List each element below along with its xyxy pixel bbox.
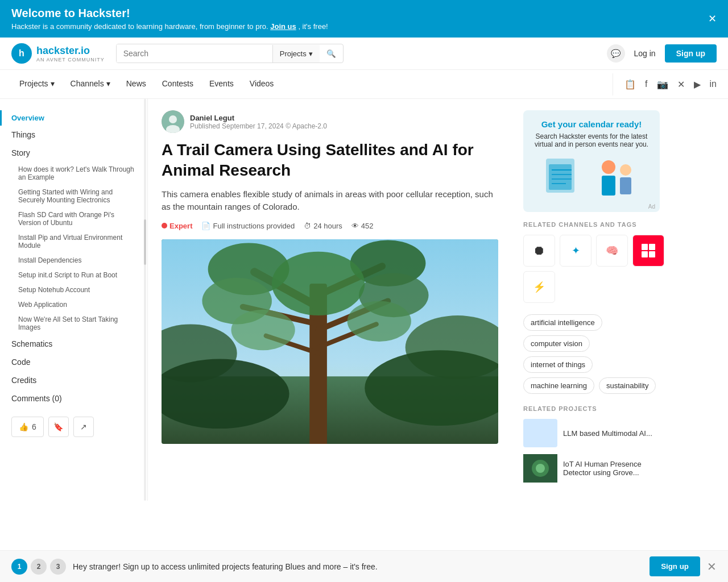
nav-item-contests[interactable]: Contests	[154, 70, 201, 98]
clock-icon: ⏱	[304, 222, 311, 230]
related-project-0[interactable]: LLM based Multimodal AI...	[523, 419, 660, 447]
sidebar-item-things[interactable]: Things	[0, 126, 147, 144]
channel-card-2[interactable]: 🧠	[596, 235, 628, 267]
author-name[interactable]: Daniel Legut	[190, 114, 327, 122]
author-avatar[interactable]	[162, 110, 184, 133]
tag-iot[interactable]: internet of things	[523, 356, 593, 373]
channel-card-1[interactable]: ✦	[560, 235, 592, 267]
author-row: Daniel Legut Published September 17, 202…	[162, 110, 498, 133]
facebook-icon[interactable]: f	[645, 79, 647, 89]
difficulty-dot	[162, 223, 167, 228]
hackster-icon[interactable]: 📋	[624, 79, 636, 90]
chat-icon[interactable]: 💬	[607, 44, 625, 63]
sidebar-item-how-it-works[interactable]: How does it work? Let's Walk Through an …	[0, 162, 147, 185]
difficulty-badge: Expert	[162, 222, 192, 230]
published-date: Published September 17, 2024	[190, 122, 284, 130]
related-thumb-1	[523, 454, 557, 483]
sidebar-item-setup-notehub[interactable]: Setup Notehub Account	[0, 282, 147, 297]
chevron-down-icon: ▾	[309, 49, 313, 58]
logo-icon: h	[11, 43, 32, 64]
svg-point-39	[536, 464, 545, 473]
sidebar-actions: 👍 6 🔖 ↗	[0, 408, 147, 446]
search-input[interactable]	[117, 44, 272, 63]
svg-rect-35	[642, 251, 648, 257]
twitter-x-icon[interactable]: ✕	[677, 79, 685, 90]
svg-rect-36	[649, 251, 655, 257]
sidebar-item-flash-sd[interactable]: Flash SD Card with Orange Pi's Version o…	[0, 207, 147, 230]
channel-card-4[interactable]: ⚡	[523, 271, 555, 303]
svg-rect-33	[642, 244, 648, 250]
nav-item-projects[interactable]: Projects ▾	[11, 70, 63, 98]
tag-ml[interactable]: machine learning	[523, 377, 594, 394]
tag-sustainability[interactable]: sustainability	[599, 377, 656, 394]
sidebar: Overview Things Story How does it work? …	[0, 99, 148, 501]
sidebar-item-install-deps[interactable]: Install Dependencies	[0, 253, 147, 268]
header-right: 💬 Log in Sign up	[607, 44, 717, 63]
nav-item-channels[interactable]: Channels ▾	[63, 70, 118, 98]
content-area: Daniel Legut Published September 17, 202…	[148, 99, 512, 501]
related-project-1[interactable]: IoT AI Human Presence Detector using Gro…	[523, 454, 660, 483]
sidebar-item-schematics[interactable]: Schematics	[0, 335, 147, 353]
linkedin-icon[interactable]: in	[710, 79, 717, 89]
hero-image	[162, 239, 498, 444]
projects-dropdown[interactable]: Projects ▾	[272, 45, 320, 63]
nav-social: 📋 f 📷 ✕ ▶ in	[613, 73, 717, 95]
sidebar-item-wiring[interactable]: Getting Started with Wiring and Securely…	[0, 185, 147, 207]
sidebar-item-install-pip[interactable]: Install Pip and Virtual Environment Modu…	[0, 230, 147, 253]
login-button[interactable]: Log in	[634, 49, 656, 58]
related-projects-title: RELATED PROJECTS	[523, 405, 660, 412]
nav-item-videos[interactable]: Videos	[242, 70, 282, 98]
logo[interactable]: h hackster.io AN AVNET COMMUNITY	[11, 43, 105, 64]
signup-button[interactable]: Sign up	[665, 44, 717, 63]
share-button[interactable]: ↗	[73, 417, 94, 437]
sidebar-item-taking-images[interactable]: Now We're All Set to Start Taking Images	[0, 312, 147, 335]
instructions-meta: 📄 Full instructions provided	[201, 222, 295, 230]
logo-sub: AN AVNET COMMUNITY	[36, 57, 105, 63]
search-button[interactable]: 🔍	[320, 45, 343, 63]
views-meta: 👁 452	[351, 222, 374, 230]
scroll-track	[144, 99, 146, 501]
scroll-thumb[interactable]	[144, 219, 146, 265]
svg-point-16	[231, 310, 295, 350]
nav-item-news[interactable]: News	[118, 70, 154, 98]
sidebar-item-credits[interactable]: Credits	[0, 371, 147, 389]
ad-title: Get your calendar ready!	[532, 119, 651, 129]
ad-label: Ad	[648, 203, 655, 210]
tag-cv[interactable]: computer vision	[523, 335, 590, 352]
main-layout: Overview Things Story How does it work? …	[0, 99, 728, 501]
svg-point-27	[620, 164, 631, 176]
header: h hackster.io AN AVNET COMMUNITY Project…	[0, 38, 728, 70]
join-link[interactable]: Join us	[270, 22, 296, 31]
article-description: This camera enables flexible study of an…	[162, 188, 498, 214]
svg-rect-28	[620, 177, 631, 194]
bookmark-icon: 🔖	[53, 422, 63, 431]
license: Apache-2.0	[292, 122, 327, 130]
banner-title: Welcome to Hackster!	[11, 7, 328, 20]
chevron-down-icon: ▾	[51, 79, 55, 88]
sidebar-item-story[interactable]: Story	[0, 144, 147, 162]
like-button[interactable]: 👍 6	[11, 417, 44, 437]
channel-card-0[interactable]: ⏺	[523, 235, 555, 267]
related-title-0: LLM based Multimodal AI...	[563, 429, 652, 438]
sidebar-item-setup-init[interactable]: Setup init.d Script to Run at Boot	[0, 268, 147, 282]
bookmark-button[interactable]: 🔖	[48, 417, 69, 437]
nav-bar: Projects ▾ Channels ▾ News Contests Even…	[0, 70, 728, 99]
instructions-icon: 📄	[201, 222, 210, 230]
nav-left: Projects ▾ Channels ▾ News Contests Even…	[11, 70, 613, 98]
banner-description: Hackster is a community dedicated to lea…	[11, 22, 268, 31]
related-thumb-0	[523, 419, 557, 447]
channel-card-3[interactable]	[632, 235, 664, 267]
youtube-icon[interactable]: ▶	[694, 79, 701, 90]
article-title: A Trail Camera Using Satellites and AI f…	[162, 140, 498, 181]
svg-point-25	[602, 160, 615, 174]
svg-rect-26	[602, 176, 615, 196]
sidebar-item-web-application[interactable]: Web Application	[0, 297, 147, 312]
related-channels-title: RELATED CHANNELS AND TAGS	[523, 221, 660, 228]
sidebar-item-overview[interactable]: Overview	[0, 110, 147, 126]
nav-item-events[interactable]: Events	[201, 70, 242, 98]
instagram-icon[interactable]: 📷	[657, 79, 668, 90]
sidebar-item-comments[interactable]: Comments (0)	[0, 389, 147, 408]
banner-close-button[interactable]: ✕	[708, 13, 717, 25]
sidebar-item-code[interactable]: Code	[0, 353, 147, 371]
tag-ai[interactable]: artificial intelligence	[523, 314, 602, 331]
